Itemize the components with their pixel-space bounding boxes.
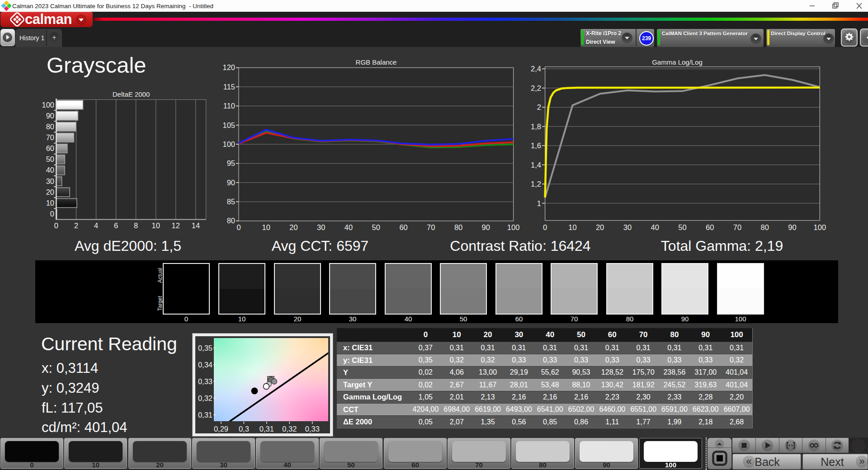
svg-text:85: 85	[227, 197, 235, 206]
svg-text:10: 10	[152, 221, 160, 230]
svg-text:2: 2	[74, 221, 78, 230]
svg-text:100: 100	[814, 223, 826, 231]
svg-text:95: 95	[227, 159, 235, 167]
svg-text:10: 10	[46, 199, 54, 207]
svg-text:90: 90	[227, 179, 235, 187]
svg-text:2,2: 2,2	[531, 84, 541, 92]
svg-text:60: 60	[399, 223, 407, 231]
svg-text:90: 90	[482, 223, 490, 231]
svg-text:70: 70	[733, 223, 741, 231]
svg-text:20: 20	[46, 188, 54, 196]
svg-text:100: 100	[42, 101, 54, 109]
svg-text:40: 40	[46, 166, 54, 174]
svg-text:80: 80	[761, 223, 769, 231]
svg-text:90: 90	[788, 223, 796, 231]
svg-text:50: 50	[678, 223, 686, 231]
svg-text:50: 50	[372, 223, 380, 231]
svg-text:0,34: 0,34	[198, 361, 212, 369]
svg-text:6: 6	[114, 221, 118, 230]
svg-text:12: 12	[172, 221, 180, 230]
svg-text:70: 70	[427, 223, 435, 231]
svg-text:DeltaE 2000: DeltaE 2000	[113, 90, 150, 98]
svg-text:40: 40	[344, 223, 353, 231]
svg-text:120: 120	[222, 63, 235, 71]
svg-text:0: 0	[50, 210, 54, 218]
svg-text:20: 20	[596, 223, 604, 231]
svg-text:0,35: 0,35	[198, 344, 212, 352]
svg-text:60: 60	[706, 223, 714, 231]
svg-text:10: 10	[568, 223, 576, 231]
svg-text:0,32: 0,32	[198, 394, 212, 402]
svg-text:100: 100	[507, 223, 520, 231]
svg-text:0,33: 0,33	[198, 377, 212, 385]
svg-text:0: 0	[54, 221, 58, 230]
svg-text:30: 30	[46, 177, 54, 185]
svg-text:70: 70	[46, 133, 54, 141]
svg-text:4: 4	[94, 221, 98, 230]
svg-text:14: 14	[192, 221, 200, 230]
svg-text:90: 90	[46, 112, 54, 120]
svg-text:110: 110	[223, 102, 235, 110]
svg-text:1: 1	[537, 199, 541, 207]
svg-text:40: 40	[651, 223, 659, 231]
svg-text:0,31: 0,31	[259, 425, 274, 433]
svg-text:1,8: 1,8	[531, 122, 541, 131]
svg-text:8: 8	[134, 221, 138, 230]
svg-text:1,6: 1,6	[531, 141, 541, 150]
svg-text:80: 80	[454, 223, 462, 231]
svg-text:80: 80	[46, 122, 54, 131]
svg-text:0: 0	[543, 223, 547, 231]
svg-text:0: 0	[236, 223, 241, 231]
svg-text:1,4: 1,4	[531, 161, 541, 169]
svg-text:0,33: 0,33	[305, 425, 320, 433]
svg-text:50: 50	[46, 155, 54, 163]
svg-text:2: 2	[537, 103, 541, 111]
svg-text:Gamma Log/Log: Gamma Log/Log	[652, 58, 703, 66]
svg-text:115: 115	[223, 83, 235, 91]
svg-text:1,2: 1,2	[531, 180, 541, 188]
svg-text:100: 100	[222, 140, 235, 148]
svg-text:80: 80	[227, 216, 235, 225]
svg-text:0,3: 0,3	[239, 425, 249, 433]
svg-text:20: 20	[289, 223, 297, 231]
svg-text:0,32: 0,32	[282, 425, 297, 433]
svg-text:2,4: 2,4	[531, 65, 541, 73]
svg-text:30: 30	[317, 223, 325, 231]
svg-text:RGB Balance: RGB Balance	[356, 58, 397, 66]
svg-text:0,29: 0,29	[214, 425, 228, 433]
svg-text:0,31: 0,31	[198, 411, 212, 419]
svg-text:105: 105	[222, 121, 235, 129]
svg-text:10: 10	[262, 223, 270, 231]
svg-text:60: 60	[46, 144, 54, 152]
svg-text:30: 30	[623, 223, 632, 231]
